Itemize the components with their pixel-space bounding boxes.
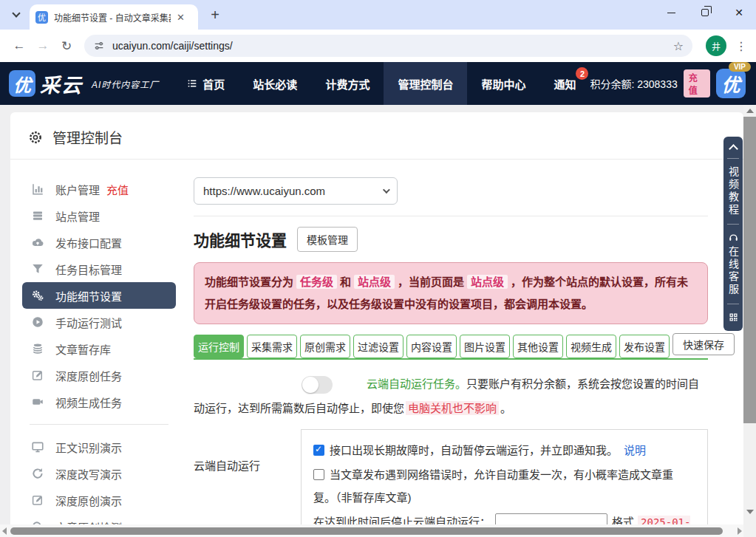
sidebar-item-originality-check[interactable]: 文章原创检测 (22, 513, 176, 524)
scroll-left-icon[interactable] (2, 527, 7, 535)
nav-item-home[interactable]: 首页 (172, 62, 239, 105)
checkbox-unchecked[interactable] (313, 469, 324, 480)
option-text: 接口出现长期故障时，自动暂停云端运行，并立即通知我。 (330, 444, 618, 456)
checkbox-checked[interactable] (313, 445, 324, 456)
vip-badge: VIP (729, 62, 751, 72)
site-settings-icon[interactable] (93, 40, 105, 52)
sidebar-item-publish-api[interactable]: 发布接口配置 (22, 229, 176, 256)
online-service-link[interactable]: 在线客服 (728, 246, 738, 296)
sidebar-item-label: 功能细节设置 (55, 288, 122, 304)
user-avatar-wrap[interactable]: 优 VIP (716, 69, 746, 98)
nav-item-help[interactable]: 帮助中心 (467, 62, 539, 105)
page-title: 管理控制台 (52, 127, 123, 147)
quick-save-button[interactable]: 快速保存 (672, 333, 735, 355)
browser-tab[interactable]: 优 功能细节设置 - 自动文章采集器 ✕ (30, 4, 198, 30)
sidebar-item-account[interactable]: 账户管理 充值 (22, 176, 176, 202)
sidebar-item-label: 文章暂存库 (55, 341, 111, 357)
tab-original[interactable]: 原创需求 (300, 335, 350, 358)
back-button[interactable]: ← (7, 34, 31, 58)
sidebar-item-deep-original-demo[interactable]: 深度原创演示 (22, 487, 176, 513)
tab-run-control[interactable]: 运行控制 (194, 335, 244, 358)
cloud-auto-run-label: 云端自动运行 (194, 429, 301, 524)
divider (727, 224, 739, 225)
logo-badge: 优 (9, 70, 35, 97)
sidebar-item-deep-original-task[interactable]: 深度原创任务 (22, 362, 176, 389)
sidebar-item-body-recognition-demo[interactable]: 正文识别演示 (22, 434, 176, 460)
tab-image[interactable]: 图片设置 (460, 335, 510, 358)
notice-count-badge: 2 (576, 67, 588, 80)
new-tab-button[interactable]: + (205, 7, 225, 24)
browser-profile-avatar[interactable]: 井 (706, 35, 726, 56)
address-bar[interactable]: ucaiyun.com/caiji/settings/ ☆ (84, 35, 692, 57)
user-avatar[interactable]: 优 (716, 69, 746, 98)
nav-item-console[interactable]: 管理控制台 (384, 62, 467, 105)
collapse-up-icon[interactable] (729, 144, 738, 154)
monitor-icon (31, 440, 44, 454)
minimize-button[interactable] (654, 0, 688, 25)
tab-filter[interactable]: 过滤设置 (353, 335, 403, 358)
settings-tabs: 运行控制 采集需求 原创需求 过滤设置 内容设置 图片设置 其他设置 视频生成 … (194, 333, 708, 360)
horizontal-scroll-thumb[interactable] (10, 527, 723, 535)
bookmark-star-icon[interactable]: ☆ (673, 39, 684, 53)
nav-item-notice[interactable]: 通知 2 (539, 62, 590, 105)
vertical-scroll-thumb[interactable] (743, 117, 756, 423)
chevron-down-icon (12, 9, 20, 17)
video-camera-icon (31, 395, 44, 408)
restore-button[interactable] (688, 0, 722, 25)
tab-content[interactable]: 内容设置 (406, 335, 457, 358)
sidebar-item-label: 视频生成任务 (55, 394, 122, 410)
horizontal-scrollbar[interactable] (0, 524, 743, 537)
nav-item-billing[interactable]: 计费方式 (311, 62, 384, 105)
tab-search-button[interactable] (6, 4, 27, 25)
headset-icon[interactable] (728, 232, 739, 243)
site-select[interactable]: https://www.ucaiyun.com (194, 177, 398, 205)
sidebar-item-label: 任务目标管理 (55, 261, 122, 277)
window-close-button[interactable]: ✕ (722, 0, 756, 25)
sidebar-item-label: 深度原创演示 (55, 493, 122, 508)
tab-close-icon[interactable]: ✕ (177, 12, 185, 23)
sidebar-item-task-targets[interactable]: 任务目标管理 (22, 256, 176, 282)
sidebar-item-label: 账户管理 (55, 182, 100, 197)
template-manage-button[interactable]: 模板管理 (297, 227, 358, 252)
points-balance: 积分余额: 2308333 (590, 76, 677, 91)
video-tutorial-link[interactable]: 视频教程 (728, 166, 738, 216)
list-icon (186, 78, 198, 89)
tab-publish[interactable]: 发布设置 (619, 335, 670, 358)
browser-menu-icon[interactable]: ⋮ (734, 39, 749, 53)
tab-collect[interactable]: 采集需求 (247, 335, 297, 358)
chevron-down-icon (383, 186, 390, 194)
url-text[interactable]: ucaiyun.com/caiji/settings/ (112, 40, 666, 52)
sidebar-item-article-buffer[interactable]: 文章暂存库 (22, 335, 176, 362)
sidebar-item-label: 发布接口配置 (55, 235, 122, 250)
scroll-up-icon[interactable] (746, 109, 754, 113)
sidebar-recharge-link[interactable]: 充值 (106, 182, 129, 197)
scroll-down-icon[interactable] (746, 510, 754, 514)
explain-link[interactable]: 说明 (624, 444, 646, 456)
forward-button[interactable]: → (31, 34, 55, 58)
recharge-button[interactable]: 充值 (684, 69, 710, 98)
option-row-pause: 接口出现长期故障时，自动暂停云端运行，并立即通知我。说明 (313, 439, 695, 462)
qr-code-icon[interactable] (728, 312, 739, 323)
sidebar-item-feature-settings[interactable]: 功能细节设置 (22, 282, 176, 309)
sidebar-item-video-task[interactable]: 视频生成任务 (22, 389, 176, 415)
reload-button[interactable]: ↻ (55, 34, 78, 58)
cloud-run-toggle[interactable] (302, 376, 333, 394)
sidebar-item-label: 手动运行测试 (55, 315, 122, 330)
tab-other[interactable]: 其他设置 (513, 335, 563, 358)
tab-video[interactable]: 视频生成 (566, 335, 616, 358)
site-logo[interactable]: 优 采云 AI时代内容工厂 (0, 69, 159, 98)
play-icon (31, 315, 44, 329)
toggle-desc-text: 。 (500, 402, 511, 414)
toggle-knob (302, 377, 319, 393)
tab-title: 功能细节设置 - 自动文章采集器 (54, 11, 171, 24)
sidebar-item-rewrite-demo[interactable]: 深度改写演示 (22, 460, 176, 487)
scroll-right-icon[interactable] (738, 527, 742, 535)
sidebar-item-manual-run[interactable]: 手动运行测试 (22, 309, 176, 335)
main-panel: https://www.ucaiyun.com 功能细节设置 模板管理 功能细节… (182, 160, 743, 524)
vertical-scrollbar[interactable] (743, 105, 756, 524)
stop-time-input[interactable] (495, 513, 607, 524)
task-level-chip: 任务级 (296, 275, 337, 289)
nav-item-must-read[interactable]: 站长必读 (239, 62, 311, 105)
refresh-icon (31, 467, 44, 480)
sidebar-item-sites[interactable]: 站点管理 (22, 202, 176, 229)
